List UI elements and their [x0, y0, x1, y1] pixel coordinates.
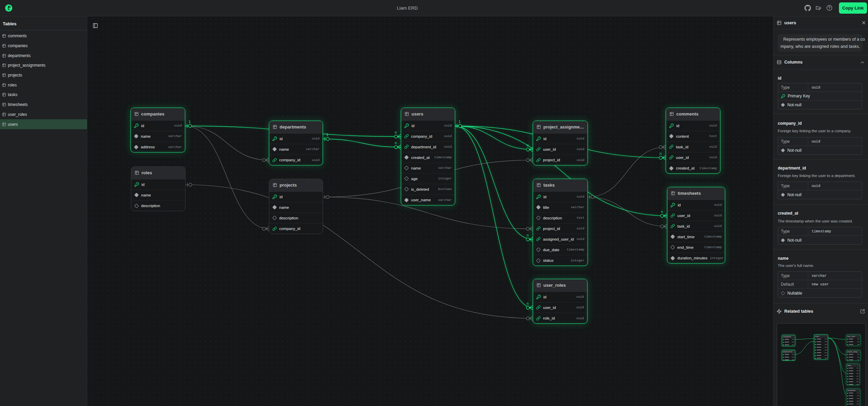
svg-text:n: n [395, 130, 397, 134]
svg-text:1: 1 [189, 120, 191, 124]
svg-text:n: n [527, 233, 529, 237]
svg-text:1: 1 [459, 120, 461, 124]
svg-text:n: n [661, 209, 663, 214]
svg-text:n: n [395, 141, 397, 145]
svg-text:n: n [660, 151, 662, 155]
svg-text:n: n [527, 301, 529, 306]
svg-text:1: 1 [326, 133, 328, 137]
svg-text:n: n [527, 143, 529, 147]
